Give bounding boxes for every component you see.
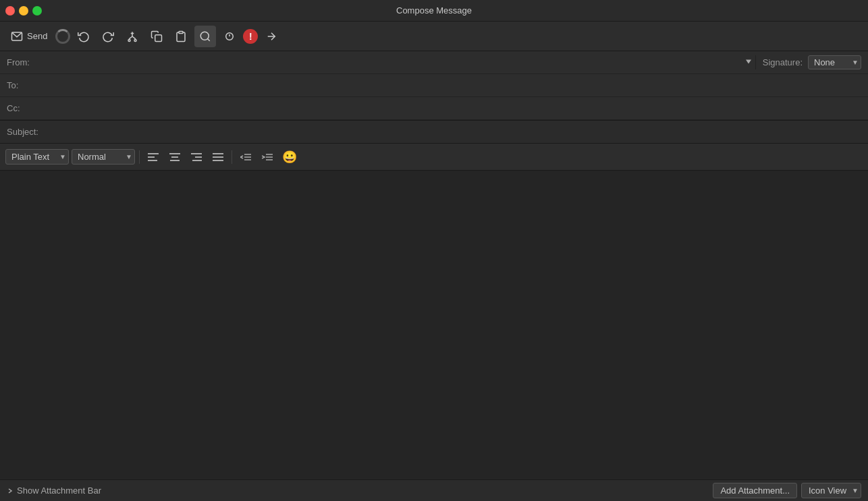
priority-icon: !: [243, 29, 258, 44]
find-icon: [199, 30, 211, 42]
message-textarea[interactable]: [0, 171, 868, 479]
forward-button[interactable]: [261, 26, 282, 47]
cc-row: Cc:: [0, 97, 868, 120]
subject-input[interactable]: [45, 127, 861, 137]
from-select-wrapper: [47, 57, 755, 67]
align-right-button[interactable]: [187, 148, 206, 166]
svg-rect-19: [169, 153, 180, 154]
svg-line-4: [132, 36, 136, 39]
title-bar: Compose Message: [0, 0, 868, 22]
indent-more-button[interactable]: [258, 148, 277, 166]
svg-point-9: [201, 32, 209, 40]
indent-less-button[interactable]: [236, 148, 255, 166]
svg-rect-7: [155, 34, 162, 41]
signature-label: Signature:: [763, 57, 803, 67]
svg-line-10: [208, 38, 210, 40]
svg-rect-18: [148, 160, 157, 161]
from-input[interactable]: [47, 57, 755, 67]
signature-select[interactable]: None Default Custom: [808, 55, 861, 69]
icon-view-select[interactable]: Icon View List View: [801, 483, 861, 498]
svg-rect-23: [195, 156, 202, 158]
align-right-icon: [191, 152, 202, 163]
align-left-button[interactable]: [144, 148, 163, 166]
format-style-wrapper: Normal Heading 1 Heading 2 Heading 3 ▼: [72, 149, 135, 165]
svg-rect-24: [192, 160, 202, 161]
svg-rect-26: [213, 156, 223, 158]
indent-more-icon: [262, 152, 273, 163]
window-controls: [5, 6, 42, 16]
toolbar: Send: [0, 22, 868, 51]
from-label: From:: [0, 57, 47, 67]
svg-rect-27: [213, 160, 223, 161]
header-section: From: Signature: None Default Custom ▼ T…: [0, 51, 868, 121]
format-separator-1: [139, 150, 140, 164]
subject-row: Subject:: [0, 121, 868, 144]
svg-rect-20: [171, 156, 178, 158]
add-attachment-button[interactable]: Add Attachment...: [713, 483, 797, 498]
send-button[interactable]: Send: [5, 28, 53, 45]
paste-icon: [175, 30, 187, 42]
svg-point-2: [134, 39, 136, 41]
chevron-right-icon: [7, 488, 13, 494]
status-bar: Show Attachment Bar Add Attachment... Ic…: [0, 479, 868, 501]
print-button[interactable]: [219, 26, 240, 47]
to-label: To:: [0, 74, 47, 96]
forward-icon: [265, 30, 277, 42]
cut-icon: [126, 30, 138, 42]
icon-view-wrapper: Icon View List View ▼: [801, 483, 861, 498]
cc-label: Cc:: [0, 97, 47, 119]
cc-input[interactable]: [47, 97, 868, 119]
svg-rect-8: [179, 31, 183, 33]
cut-button[interactable]: [121, 26, 143, 47]
signature-select-wrapper: None Default Custom ▼: [808, 55, 861, 69]
undo-button[interactable]: [73, 26, 94, 47]
align-center-icon: [169, 152, 180, 163]
show-attachment-bar-label: Show Attachment Bar: [17, 485, 101, 496]
find-button[interactable]: [194, 26, 216, 47]
from-row: From: Signature: None Default Custom ▼: [0, 51, 868, 74]
status-right: Add Attachment... Icon View List View ▼: [713, 483, 861, 498]
svg-rect-22: [191, 153, 202, 154]
copy-icon: [151, 30, 163, 42]
maximize-button[interactable]: [32, 6, 42, 16]
svg-rect-17: [148, 156, 155, 158]
align-left-icon: [148, 152, 159, 163]
format-separator-2: [232, 150, 232, 164]
subject-label: Subject:: [7, 127, 38, 137]
print-icon: [223, 30, 236, 42]
message-body: [0, 171, 868, 479]
show-attachment-bar-button[interactable]: Show Attachment Bar: [7, 485, 101, 496]
send-icon: [11, 30, 23, 42]
minimize-button[interactable]: [19, 6, 28, 16]
align-justify-icon: [213, 152, 223, 163]
to-row: To:: [0, 74, 868, 97]
format-toolbar: Plain Text HTML Markdown ▼ Normal Headin…: [0, 144, 868, 171]
redo-button[interactable]: [97, 26, 119, 47]
format-style-select[interactable]: Normal Heading 1 Heading 2 Heading 3: [72, 149, 135, 165]
svg-rect-21: [170, 160, 180, 161]
svg-point-1: [128, 39, 130, 41]
window-title: Compose Message: [396, 5, 472, 16]
svg-line-3: [129, 36, 132, 39]
align-justify-button[interactable]: [209, 148, 227, 166]
emoji-icon: 😀: [282, 150, 297, 165]
paste-button[interactable]: [170, 26, 192, 47]
signature-section: Signature: None Default Custom ▼: [755, 55, 868, 69]
redo-icon: [102, 30, 114, 42]
copy-button[interactable]: [146, 26, 167, 47]
to-input[interactable]: [47, 74, 868, 96]
format-type-wrapper: Plain Text HTML Markdown ▼: [5, 149, 69, 165]
emoji-button[interactable]: 😀: [279, 148, 300, 166]
send-label: Send: [27, 31, 47, 41]
undo-icon: [78, 30, 90, 42]
loading-spinner: [55, 29, 70, 44]
align-center-button[interactable]: [165, 148, 184, 166]
format-type-select[interactable]: Plain Text HTML Markdown: [5, 149, 69, 165]
close-button[interactable]: [5, 6, 15, 16]
svg-rect-25: [213, 153, 223, 154]
indent-less-icon: [240, 152, 251, 163]
svg-rect-16: [148, 153, 159, 154]
